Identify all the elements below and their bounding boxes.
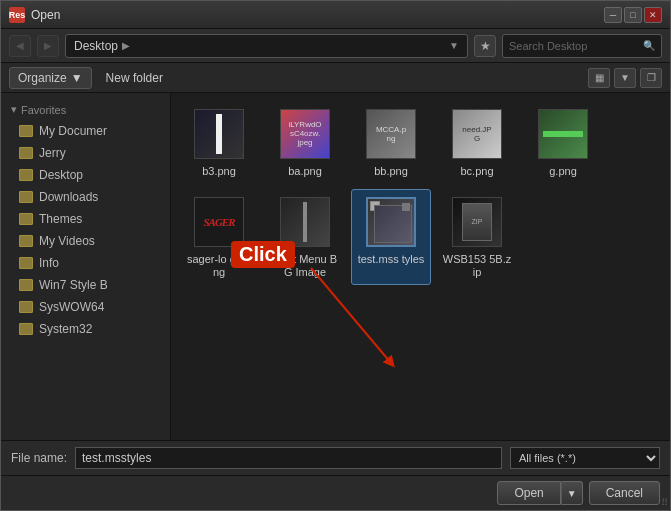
file-name: g.png <box>549 165 577 178</box>
file-area[interactable]: b3.png iLYRwdOsC4ozw.jpeg ba.png MCCA.pn… <box>171 93 670 440</box>
maximize-button[interactable]: □ <box>624 7 642 23</box>
view-extra-button[interactable]: ❐ <box>640 68 662 88</box>
sidebar-item-label: Info <box>39 256 59 270</box>
sidebar-item-label: Themes <box>39 212 82 226</box>
search-icon: 🔍 <box>643 40 655 51</box>
button-row: Open ▼ Cancel <box>1 475 670 510</box>
filename-bar: File name: All files (*.*) <box>1 440 670 475</box>
file-thumbnail: iLYRwdOsC4ozw.jpeg <box>275 106 335 161</box>
sidebar-item-jerry[interactable]: Jerry <box>1 142 170 164</box>
file-name: bc.png <box>460 165 493 178</box>
filename-input[interactable] <box>75 447 502 469</box>
search-bar[interactable]: Search Desktop 🔍 <box>502 34 662 58</box>
file-item-g[interactable]: g.png <box>523 101 603 183</box>
star-button[interactable]: ★ <box>474 35 496 57</box>
open-button[interactable]: Open <box>497 481 560 505</box>
search-placeholder: Search Desktop <box>509 40 587 52</box>
location-text: Desktop <box>74 39 118 53</box>
folder-icon <box>19 147 33 159</box>
minimize-button[interactable]: ─ <box>604 7 622 23</box>
file-thumbnail: need.JPG <box>447 106 507 161</box>
file-item-ba[interactable]: iLYRwdOsC4ozw.jpeg ba.png <box>265 101 345 183</box>
open-dropdown-button[interactable]: ▼ <box>561 481 583 505</box>
sidebar-item-label: My Documer <box>39 124 107 138</box>
back-button[interactable]: ◀ <box>9 35 31 57</box>
thumbnail-image <box>280 197 330 247</box>
file-item-bb[interactable]: MCCA.png bb.png <box>351 101 431 183</box>
thumbnail-image <box>538 109 588 159</box>
file-name: b3.png <box>202 165 236 178</box>
file-thumbnail <box>533 106 593 161</box>
thumbnail-image: iLYRwdOsC4ozw.jpeg <box>280 109 330 159</box>
file-item-bc[interactable]: need.JPG bc.png <box>437 101 517 183</box>
cancel-button[interactable]: Cancel <box>589 481 660 505</box>
new-folder-button[interactable]: New folder <box>100 68 169 88</box>
forward-button[interactable]: ▶ <box>37 35 59 57</box>
file-item-startmenu[interactable]: Start Menu BG Image <box>265 189 345 284</box>
folder-icon <box>19 191 33 203</box>
thumbnail-image: ZIP <box>452 197 502 247</box>
breadcrumb-arrow-icon: ▶ <box>122 40 130 51</box>
sidebar-item-syswow64[interactable]: SysWOW64 <box>1 296 170 318</box>
sidebar-item-label: My Videos <box>39 234 95 248</box>
sidebar: ▾ Favorites My Documer Jerry Desktop Dow… <box>1 93 171 440</box>
location-bar[interactable]: Desktop ▶ ▼ <box>65 34 468 58</box>
sidebar-item-label: System32 <box>39 322 92 336</box>
folder-icon <box>19 323 33 335</box>
close-button[interactable]: ✕ <box>644 7 662 23</box>
file-thumbnail: MCCA.png <box>361 106 421 161</box>
sidebar-item-label: Jerry <box>39 146 66 160</box>
title-bar: Res Open ─ □ ✕ <box>1 1 670 29</box>
file-item-wsb[interactable]: ZIP WSB153 5B.zip <box>437 189 517 284</box>
sidebar-item-info[interactable]: Info <box>1 252 170 274</box>
folder-icon <box>19 279 33 291</box>
sidebar-item-label: Desktop <box>39 168 83 182</box>
thumbnail-image: MCCA.png <box>366 109 416 159</box>
dialog-title: Open <box>31 8 604 22</box>
secondary-toolbar: Organize ▼ New folder ▦ ▼ ❐ <box>1 63 670 93</box>
sidebar-item-my-videos[interactable]: My Videos <box>1 230 170 252</box>
window-controls: ─ □ ✕ <box>604 7 662 23</box>
file-name: Start Menu BG Image <box>270 253 340 279</box>
app-icon: Res <box>9 7 25 23</box>
folder-icon <box>19 169 33 181</box>
sidebar-item-label: SysWOW64 <box>39 300 104 314</box>
sidebar-item-my-documents[interactable]: My Documer <box>1 120 170 142</box>
view-list-button[interactable]: ▦ <box>588 68 610 88</box>
folder-icon <box>19 125 33 137</box>
file-name: ba.png <box>288 165 322 178</box>
file-thumbnail <box>275 194 335 249</box>
sidebar-item-downloads[interactable]: Downloads <box>1 186 170 208</box>
thumbnail-image <box>194 109 244 159</box>
file-item-sager[interactable]: SAGER sager-lo go.png <box>179 189 259 284</box>
organize-arrow-icon: ▼ <box>71 71 83 85</box>
file-item-test[interactable]: test.mss tyles <box>351 189 431 284</box>
thumbnail-image: need.JPG <box>452 109 502 159</box>
organize-label: Organize <box>18 71 67 85</box>
file-thumbnail <box>189 106 249 161</box>
favorites-section[interactable]: ▾ Favorites <box>1 99 170 120</box>
sidebar-item-win7style[interactable]: Win7 Style B <box>1 274 170 296</box>
main-content: ▾ Favorites My Documer Jerry Desktop Dow… <box>1 93 670 440</box>
file-item-b3[interactable]: b3.png <box>179 101 259 183</box>
file-thumbnail: SAGER <box>189 194 249 249</box>
sidebar-item-desktop[interactable]: Desktop <box>1 164 170 186</box>
filetype-select[interactable]: All files (*.*) <box>510 447 660 469</box>
folder-icon <box>19 235 33 247</box>
view-details-button[interactable]: ▼ <box>614 68 636 88</box>
sidebar-item-label: Win7 Style B <box>39 278 108 292</box>
file-grid: b3.png iLYRwdOsC4ozw.jpeg ba.png MCCA.pn… <box>179 101 662 285</box>
breadcrumb-dropdown[interactable]: ▼ <box>449 40 459 51</box>
file-name: WSB153 5B.zip <box>442 253 512 279</box>
navigation-toolbar: ◀ ▶ Desktop ▶ ▼ ★ Search Desktop 🔍 <box>1 29 670 63</box>
sidebar-item-label: Downloads <box>39 190 98 204</box>
folder-icon <box>19 257 33 269</box>
sidebar-item-system32[interactable]: System32 <box>1 318 170 340</box>
file-name: sager-lo go.png <box>184 253 254 279</box>
open-dialog: Res Open ─ □ ✕ ◀ ▶ Desktop ▶ ▼ ★ Search … <box>0 0 671 511</box>
sidebar-item-themes[interactable]: Themes <box>1 208 170 230</box>
folder-icon <box>19 301 33 313</box>
filename-label: File name: <box>11 451 67 465</box>
organize-button[interactable]: Organize ▼ <box>9 67 92 89</box>
resize-handle[interactable]: ⠿ <box>661 497 668 508</box>
